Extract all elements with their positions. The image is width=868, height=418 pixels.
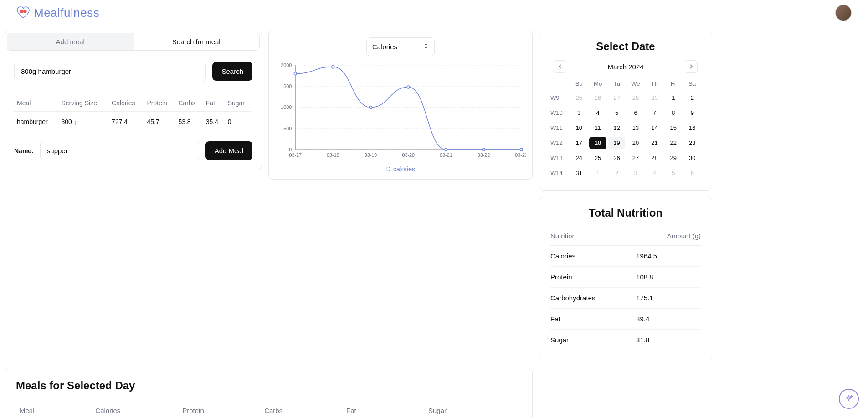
calendar-day[interactable]: 1	[589, 167, 606, 179]
table-row: Sugar31.8	[550, 330, 701, 351]
svg-text:03-21: 03-21	[440, 152, 452, 158]
search-result-table: MealServing SizeCaloriesProteinCarbsFatS…	[14, 95, 252, 132]
sparkle-icon	[844, 394, 853, 403]
calendar-day[interactable]: 18	[589, 137, 606, 149]
calendar-day[interactable]: 11	[589, 122, 606, 134]
calendar-day[interactable]: 4	[646, 167, 663, 179]
metric-select[interactable]: Calories	[366, 37, 435, 56]
svg-text:1000: 1000	[281, 104, 292, 110]
table-row: hamburger 300 g 727.4 45.7 53.8 35.4 0	[14, 112, 252, 132]
svg-point-26	[483, 148, 485, 151]
chevron-updown-icon	[423, 42, 429, 51]
calendar-day[interactable]: 28	[627, 92, 644, 104]
calendar-day[interactable]: 19	[608, 137, 625, 149]
calendar-day[interactable]: 15	[665, 122, 682, 134]
svg-text:03-20: 03-20	[402, 152, 415, 158]
fab-ai-button[interactable]	[839, 389, 859, 409]
calendar-day[interactable]: 26	[589, 92, 606, 104]
calendar-day[interactable]: 9	[684, 107, 701, 119]
svg-point-0	[20, 10, 24, 13]
table-row: Carbohydrates175.1	[550, 288, 701, 309]
svg-point-27	[520, 148, 523, 151]
calendar-day[interactable]: 26	[608, 152, 625, 164]
calendar-day[interactable]: 27	[608, 92, 625, 104]
svg-text:03-23: 03-23	[515, 152, 526, 158]
brand-logo[interactable]: Mealfulness	[16, 6, 99, 20]
name-label: Name:	[14, 147, 34, 155]
nutrition-table: Nutrition Amount (g) Calories1964.5Prote…	[550, 227, 701, 350]
svg-point-23	[370, 106, 372, 109]
select-date-heading: Select Date	[550, 40, 701, 53]
total-nutrition-heading: Total Nutrition	[550, 206, 701, 219]
avatar[interactable]	[835, 5, 852, 21]
brand-name: Mealfulness	[34, 6, 99, 20]
calendar-day[interactable]: 31	[570, 167, 587, 179]
calendar-month-label: March 2024	[607, 63, 643, 71]
calendar-day[interactable]: 2	[684, 92, 701, 104]
table-row: Fat89.4	[550, 309, 701, 330]
chevron-right-icon	[689, 64, 693, 69]
calendar-day[interactable]: 24	[570, 152, 587, 164]
svg-text:2000: 2000	[281, 62, 292, 68]
chart-legend: calories	[275, 165, 526, 173]
calendar-day[interactable]: 3	[570, 107, 587, 119]
chevron-left-icon	[558, 64, 562, 69]
calendar-day[interactable]: 1	[665, 92, 682, 104]
calendar-day[interactable]: 23	[684, 137, 701, 149]
meals-heading: Meals for Selected Day	[16, 379, 521, 392]
calendar-day[interactable]: 4	[589, 107, 606, 119]
svg-text:500: 500	[283, 126, 292, 131]
svg-text:03-19: 03-19	[365, 152, 377, 158]
meals-table: MealCaloriesProteinCarbsFatSugar dinner7…	[16, 401, 521, 418]
search-input[interactable]	[14, 62, 206, 81]
calendar-day[interactable]: 10	[570, 122, 587, 134]
calendar-day[interactable]: 2	[608, 167, 625, 179]
calendar-day[interactable]: 12	[608, 122, 625, 134]
calendar-day[interactable]: 22	[665, 137, 682, 149]
svg-point-1	[23, 10, 27, 13]
calendar-day[interactable]: 17	[570, 137, 587, 149]
svg-point-25	[445, 148, 447, 151]
svg-point-22	[332, 66, 334, 68]
next-month-button[interactable]	[685, 60, 698, 73]
calendar-day[interactable]: 30	[684, 152, 701, 164]
calendar-day[interactable]: 16	[684, 122, 701, 134]
legend-marker-icon	[386, 167, 390, 171]
table-row: Protein108.8	[550, 267, 701, 288]
calories-chart: 050010001500200003-1703-1803-1903-2003-2…	[275, 61, 526, 161]
svg-text:03-18: 03-18	[327, 152, 339, 158]
tab-search-meal[interactable]: Search for meal	[134, 33, 260, 50]
tab-add-meal[interactable]: Add meal	[7, 33, 134, 50]
calendar-day[interactable]: 13	[627, 122, 644, 134]
svg-text:1500: 1500	[281, 83, 292, 89]
calendar-day[interactable]: 3	[627, 167, 644, 179]
calendar-day[interactable]: 8	[665, 107, 682, 119]
calendar-day[interactable]: 14	[646, 122, 663, 134]
search-button[interactable]: Search	[212, 62, 252, 81]
svg-point-24	[407, 86, 410, 88]
calendar-day[interactable]: 25	[589, 152, 606, 164]
calendar-day[interactable]: 6	[684, 167, 701, 179]
calendar-day[interactable]: 29	[665, 152, 682, 164]
calendar-day[interactable]: 27	[627, 152, 644, 164]
heart-icon	[16, 6, 30, 20]
calendar-day[interactable]: 5	[608, 107, 625, 119]
calendar-day[interactable]: 21	[646, 137, 663, 149]
calendar-day[interactable]: 25	[570, 92, 587, 104]
calendar-day[interactable]: 6	[627, 107, 644, 119]
meal-name-input[interactable]	[40, 141, 199, 160]
svg-point-21	[294, 72, 297, 75]
prev-month-button[interactable]	[554, 60, 566, 73]
calendar-day[interactable]: 7	[646, 107, 663, 119]
add-meal-button[interactable]: Add Meal	[205, 141, 252, 160]
table-row: Calories1964.5	[550, 246, 701, 267]
svg-text:0: 0	[289, 147, 292, 152]
svg-text:03-22: 03-22	[478, 152, 490, 158]
calendar-day[interactable]: 29	[646, 92, 663, 104]
calendar-day[interactable]: 20	[627, 137, 644, 149]
calendar-day[interactable]: 28	[646, 152, 663, 164]
svg-text:03-17: 03-17	[289, 152, 302, 158]
calendar-day[interactable]: 5	[665, 167, 682, 179]
